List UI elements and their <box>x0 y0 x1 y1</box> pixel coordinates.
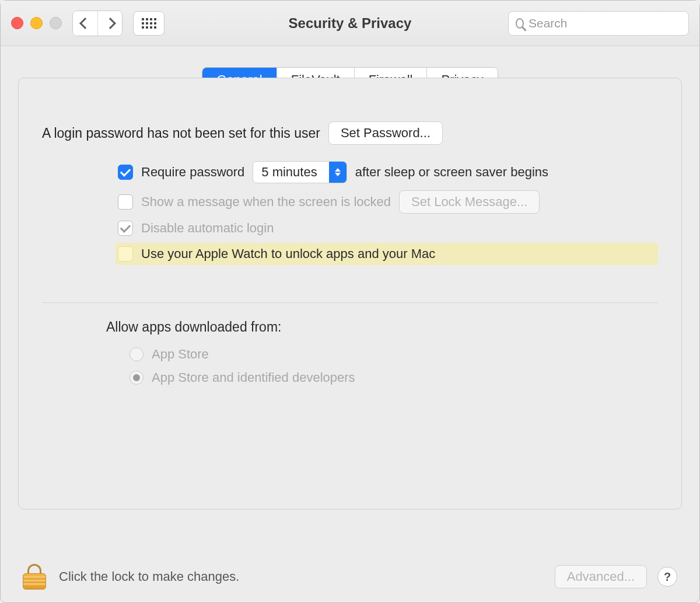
require-password-delay-select[interactable]: 5 minutes <box>253 161 346 183</box>
radio-identified-label: App Store and identified developers <box>152 370 355 385</box>
window-controls <box>11 17 62 29</box>
advanced-button[interactable]: Advanced... <box>555 565 647 588</box>
chevron-left-icon <box>79 18 91 29</box>
search-input[interactable] <box>528 16 681 30</box>
show-lock-message-row: Show a message when the screen is locked… <box>118 190 658 214</box>
login-password-msg: A login password has not been set for th… <box>42 126 320 141</box>
show-all-prefs-button[interactable] <box>133 11 164 36</box>
preferences-window: Security & Privacy General FileVault Fir… <box>0 0 700 603</box>
forward-button[interactable] <box>97 11 122 36</box>
apple-watch-unlock-label: Use your Apple Watch to unlock apps and … <box>141 246 435 262</box>
titlebar: Security & Privacy <box>1 1 699 46</box>
nav-buttons <box>72 11 123 36</box>
back-button[interactable] <box>73 11 97 36</box>
require-password-checkbox[interactable] <box>118 165 133 180</box>
require-password-suffix: after sleep or screen saver begins <box>355 165 548 180</box>
disable-auto-login-row: Disable automatic login <box>118 221 658 236</box>
minimize-window-button[interactable] <box>30 17 43 29</box>
set-lock-message-button: Set Lock Message... <box>399 190 540 214</box>
require-password-label: Require password <box>141 165 244 180</box>
close-window-button[interactable] <box>11 17 23 29</box>
apps-grid-icon <box>142 18 156 29</box>
select-stepper-icon <box>329 162 346 183</box>
require-password-row: Require password 5 minutes after sleep o… <box>118 161 658 183</box>
toolbar-search[interactable] <box>508 11 689 36</box>
set-password-button[interactable]: Set Password... <box>328 121 443 145</box>
apple-watch-unlock-row: Use your Apple Watch to unlock apps and … <box>116 243 658 265</box>
section-divider <box>42 302 658 303</box>
help-button[interactable]: ? <box>657 567 677 587</box>
chevron-right-icon <box>104 18 116 29</box>
require-password-delay-value: 5 minutes <box>253 165 328 180</box>
search-icon <box>516 18 524 29</box>
lock-button[interactable] <box>23 564 46 590</box>
footer: Click the lock to make changes. Advanced… <box>23 564 677 590</box>
general-pane: A login password has not been set for th… <box>18 78 682 510</box>
zoom-window-button <box>50 17 62 29</box>
login-password-row: A login password has not been set for th… <box>42 121 658 145</box>
disable-auto-login-checkbox <box>118 221 133 236</box>
allow-apps-option-appstore: App Store <box>130 347 658 362</box>
allow-apps-option-identified: App Store and identified developers <box>130 370 658 385</box>
radio-identified <box>130 371 144 385</box>
show-lock-message-checkbox <box>118 194 133 210</box>
apple-watch-unlock-checkbox[interactable] <box>118 246 133 262</box>
lock-hint-text: Click the lock to make changes. <box>59 569 239 584</box>
radio-appstore <box>130 347 144 361</box>
show-lock-message-label: Show a message when the screen is locked <box>141 194 391 210</box>
radio-appstore-label: App Store <box>152 347 209 362</box>
allow-apps-radio-group: App Store App Store and identified devel… <box>130 347 658 385</box>
disable-auto-login-label: Disable automatic login <box>141 221 274 236</box>
allow-apps-title: Allow apps downloaded from: <box>106 319 658 335</box>
